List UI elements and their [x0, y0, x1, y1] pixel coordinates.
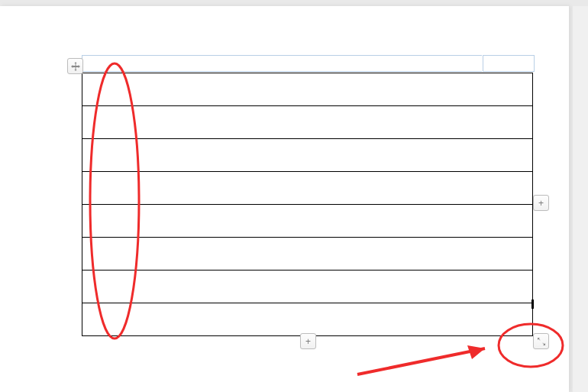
table-row[interactable] — [82, 238, 533, 271]
table-selection-indicator — [483, 55, 535, 72]
table-row[interactable] — [82, 73, 533, 106]
resize-diagonal-icon — [537, 337, 546, 346]
table-cell[interactable] — [82, 73, 533, 106]
table-row[interactable] — [82, 172, 533, 205]
move-icon — [71, 62, 80, 71]
vertical-scrollbar[interactable] — [573, 6, 588, 392]
table-cell[interactable] — [82, 303, 533, 336]
table[interactable] — [82, 73, 533, 336]
table-cell[interactable] — [82, 205, 533, 238]
row-edge-handle[interactable] — [531, 300, 534, 309]
table-cell[interactable] — [82, 172, 533, 205]
move-table-handle[interactable] — [67, 58, 83, 74]
add-column-button[interactable]: + — [533, 195, 549, 211]
resize-table-handle[interactable] — [533, 333, 549, 349]
table-row[interactable] — [82, 139, 533, 172]
table-row[interactable] — [82, 106, 533, 139]
table-row[interactable] — [82, 303, 533, 336]
table-cell[interactable] — [82, 106, 533, 139]
add-row-button[interactable]: + — [300, 333, 316, 349]
table-cell[interactable] — [82, 139, 533, 172]
plus-icon: + — [538, 198, 544, 209]
table-row[interactable] — [82, 205, 533, 238]
plus-icon: + — [305, 336, 311, 347]
table-cell[interactable] — [82, 271, 533, 303]
table-cell[interactable] — [82, 238, 533, 271]
table-selection-indicator — [82, 55, 482, 72]
table-row[interactable] — [82, 271, 533, 303]
